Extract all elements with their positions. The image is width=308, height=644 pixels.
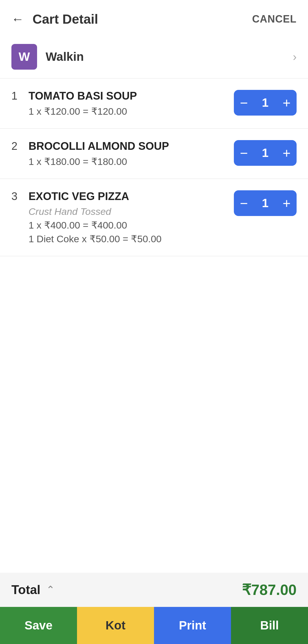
total-row[interactable]: Total ⌃ ₹787.00 [0,573,308,607]
qty-decrease-button[interactable]: − [234,90,254,116]
quantity-stepper[interactable]: − 1 + [234,140,297,166]
qty-decrease-button[interactable]: − [234,140,254,166]
customer-name: Walkin [46,50,84,64]
qty-increase-button[interactable]: + [277,140,297,166]
customer-left: W Walkin [11,44,84,70]
qty-value: 1 [254,96,277,110]
item-price: 1 x ₹400.00 = ₹400.00 [29,219,234,231]
item-details: 1 x ₹180.00 = ₹180.00 [11,156,234,167]
item-number: 1 [11,90,20,102]
table-row: 1 TOMATO BASI SOUP 1 x ₹120.00 = ₹120.00… [0,78,308,129]
bottom-bar: Total ⌃ ₹787.00 Save Kot Print Bill [0,573,308,644]
item-details: Crust Hand Tossed 1 x ₹400.00 = ₹400.00 … [11,206,234,245]
chevron-up-icon: ⌃ [46,584,55,596]
header: ← Cart Detail CANCEL [0,0,308,35]
action-buttons: Save Kot Print Bill [0,607,308,644]
table-row: 2 BROCOLLI ALMOND SOUP 1 x ₹180.00 = ₹18… [0,129,308,179]
cancel-button[interactable]: CANCEL [252,13,297,25]
item-left: 1 TOMATO BASI SOUP 1 x ₹120.00 = ₹120.00 [11,90,234,117]
chevron-right-icon: › [293,51,297,63]
qty-value: 1 [254,146,277,160]
item-header: 3 EXOTIC VEG PIZZA [11,190,234,203]
item-header: 2 BROCOLLI ALMOND SOUP [11,140,234,152]
item-price: 1 x ₹180.00 = ₹180.00 [29,156,234,167]
item-details: 1 x ₹120.00 = ₹120.00 [11,106,234,117]
cart-items-list: 1 TOMATO BASI SOUP 1 x ₹120.00 = ₹120.00… [0,78,308,330]
item-name: BROCOLLI ALMOND SOUP [29,140,169,152]
print-button[interactable]: Print [154,607,231,644]
item-left: 3 EXOTIC VEG PIZZA Crust Hand Tossed 1 x… [11,190,234,245]
qty-increase-button[interactable]: + [277,90,297,116]
item-number: 3 [11,190,20,203]
total-label: Total [11,583,40,597]
total-amount: ₹787.00 [242,581,297,598]
item-number: 2 [11,140,20,152]
item-addon: 1 Diet Coke x ₹50.00 = ₹50.00 [29,233,234,245]
save-button[interactable]: Save [0,607,77,644]
qty-increase-button[interactable]: + [277,190,297,216]
item-variant: Crust Hand Tossed [29,206,234,217]
quantity-stepper[interactable]: − 1 + [234,190,297,216]
page-title: Cart Detail [33,11,98,27]
header-left: ← Cart Detail [11,11,98,27]
avatar: W [11,44,37,70]
bill-button[interactable]: Bill [231,607,308,644]
total-left: Total ⌃ [11,583,55,597]
table-row: 3 EXOTIC VEG PIZZA Crust Hand Tossed 1 x… [0,179,308,256]
back-button[interactable]: ← [11,12,24,26]
qty-decrease-button[interactable]: − [234,190,254,216]
item-name: TOMATO BASI SOUP [29,90,137,102]
kot-button[interactable]: Kot [77,607,154,644]
item-price: 1 x ₹120.00 = ₹120.00 [29,106,234,117]
qty-value: 1 [254,196,277,210]
item-left: 2 BROCOLLI ALMOND SOUP 1 x ₹180.00 = ₹18… [11,140,234,167]
quantity-stepper[interactable]: − 1 + [234,90,297,116]
customer-row[interactable]: W Walkin › [0,35,308,78]
item-header: 1 TOMATO BASI SOUP [11,90,234,102]
item-name: EXOTIC VEG PIZZA [29,190,129,203]
